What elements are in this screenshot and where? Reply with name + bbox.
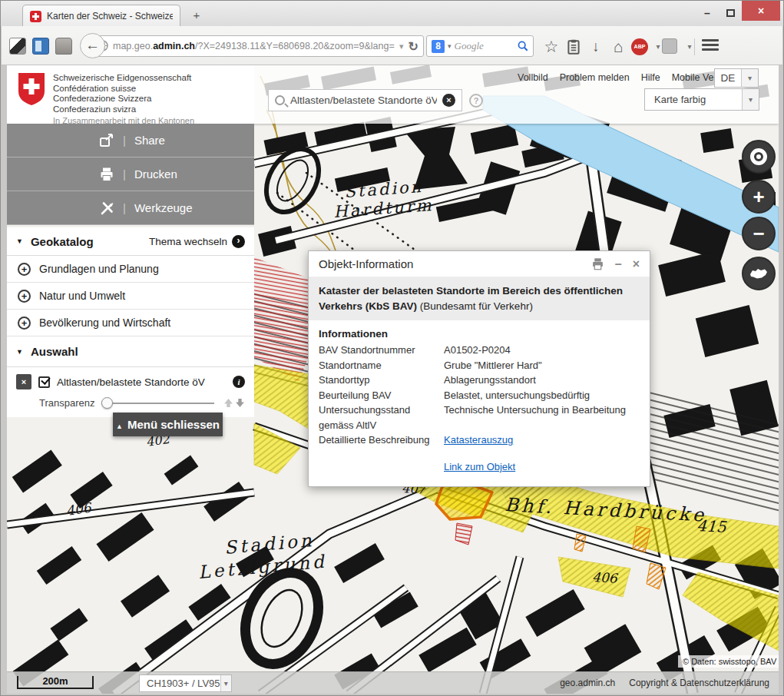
footer-links: geo.admin.ch Copyright & Datenschutzerkl…	[560, 678, 769, 688]
printer-icon	[99, 167, 114, 182]
popup-print-icon[interactable]	[591, 257, 604, 270]
expand-plus-icon: +	[18, 290, 31, 303]
zoom-in-button[interactable]: +	[742, 180, 776, 214]
scale-bar: 200m	[17, 676, 94, 689]
triangle-up-icon: ▲	[116, 423, 123, 430]
map-search-input[interactable]: Altlasten/belastete Standorte öV ×	[268, 89, 462, 111]
katasterauszug-link[interactable]: Katasterauszug	[444, 434, 513, 446]
default-extent-button[interactable]	[742, 257, 776, 290]
layer-move-down-icon[interactable]	[235, 398, 245, 408]
category-natur[interactable]: + Natur und Umwelt	[7, 283, 254, 310]
map-attribution[interactable]: © Daten: swisstopo, BAV	[678, 655, 779, 668]
map-elevation-415: 415	[696, 516, 728, 536]
close-menu-button[interactable]: ▲Menü schliessen	[113, 413, 223, 436]
info-row: StandortnameGrube "Mittlerer Hard"	[319, 358, 640, 373]
bookmarks-panel-icon[interactable]	[564, 38, 583, 55]
theme-switch-link[interactable]: Thema wechseln ›	[149, 235, 245, 248]
info-row: Detaillierte BeschreibungKatasterauszug	[319, 433, 640, 448]
navigation-toolbar: ← map.geo.admin.ch/?X=249138.11&Y=680698…	[2, 26, 782, 65]
layer-move-up-icon[interactable]	[223, 398, 233, 408]
menu-hamburger-icon[interactable]	[702, 39, 719, 54]
language-select[interactable]: DE ▾	[714, 68, 759, 88]
downloads-icon[interactable]: ↓	[587, 38, 605, 55]
projection-select[interactable]: CH1903+ / LV95 ▾	[139, 674, 232, 692]
layer-name: Altlasten/belastete Standorte öV	[57, 376, 226, 388]
tools-button[interactable]: | Werkzeuge	[7, 191, 254, 225]
info-row: Untersuchungsstand gemäss AltlVTechnisch…	[319, 403, 640, 433]
link-problem-melden[interactable]: Problem melden	[560, 72, 630, 83]
geolocate-button[interactable]	[742, 140, 776, 174]
adblock-icon[interactable]: ABP	[631, 38, 648, 55]
map-style-select[interactable]: Karte farbig ▾	[644, 88, 759, 111]
window-close-button[interactable]: ×	[742, 1, 780, 21]
web-search-go-icon[interactable]	[518, 41, 528, 51]
zoom-out-button[interactable]: −	[742, 217, 776, 250]
transparency-label: Transparenz	[39, 397, 95, 409]
geokatalog-section[interactable]: ▼ Geokatalog Thema wechseln ›	[7, 227, 254, 256]
search-clear-button[interactable]: ×	[442, 94, 455, 107]
category-bevoelkerung[interactable]: + Bevölkerung und Wirtschaft	[7, 310, 254, 336]
header-links: Vollbild Problem melden Hilfe Mobile Ver…	[518, 72, 735, 83]
sidebar-tools: | Share | Drucken | Werkzeuge	[7, 124, 254, 225]
map-elevation-406b: 406	[592, 569, 620, 586]
tools-label: Werkzeuge	[134, 201, 193, 214]
geokatalog-label: Geokatalog	[31, 235, 94, 248]
url-dropdown-icon[interactable]: ▾	[395, 41, 409, 51]
auswahl-label: Auswahl	[31, 345, 78, 358]
search-help-icon[interactable]: ?	[469, 94, 483, 108]
layer-info-icon[interactable]: i	[233, 376, 245, 388]
link-vollbild[interactable]: Vollbild	[518, 72, 548, 83]
active-layer-block: × Altlasten/belastete Standorte öV i Tra…	[7, 367, 254, 417]
auswahl-section[interactable]: ▼ Auswahl	[7, 336, 254, 367]
tab-title: Karten der Schweiz - Schweize...	[47, 11, 173, 22]
sidebar-addon-icon[interactable]	[32, 38, 49, 55]
target-icon	[750, 148, 767, 165]
toolbar-separator	[694, 38, 695, 55]
layer-remove-button[interactable]: ×	[16, 374, 31, 389]
sidebar-panel: ▼ Geokatalog Thema wechseln › + Grundlag…	[7, 227, 254, 417]
window-minimize-button[interactable]: –	[697, 7, 717, 21]
popup-header[interactable]: Objekt-Information – ×	[309, 251, 650, 277]
archive-addon-icon[interactable]	[55, 38, 72, 55]
category-grundlagen[interactable]: + Grundlagen und Planung	[7, 256, 254, 283]
confederation-names: Schweizerische Eidgenossenschaft Confédé…	[53, 73, 191, 114]
popup-minimize-icon[interactable]: –	[615, 257, 622, 271]
swiss-cross-favicon	[30, 11, 41, 22]
expand-plus-icon: +	[18, 317, 31, 330]
transparency-slider[interactable]	[103, 403, 215, 404]
search-icon	[275, 95, 285, 105]
extension-caret-icon[interactable]: ▾	[680, 38, 699, 55]
object-information-popup: Objekt-Information – × Kataster der bela…	[308, 250, 650, 487]
print-label: Drucken	[134, 167, 177, 181]
back-button[interactable]: ←	[80, 33, 105, 58]
collapse-triangle-icon: ▼	[16, 237, 23, 245]
web-search-box[interactable]: 8 ▾ Google	[426, 35, 534, 57]
screenshot-addon-icon[interactable]	[9, 38, 26, 55]
share-button[interactable]: | Share	[7, 124, 254, 157]
link-hilfe[interactable]: Hilfe	[641, 72, 660, 83]
browser-tab[interactable]: Karten der Schweiz - Schweize...	[22, 5, 180, 27]
copyright-link[interactable]: Copyright & Datenschutzerklärung	[629, 678, 769, 688]
title-bar: Karten der Schweiz - Schweize... + – ×	[1, 1, 783, 26]
expand-plus-icon: +	[18, 263, 31, 276]
home-icon[interactable]: ⌂	[609, 38, 627, 55]
slider-handle[interactable]	[101, 397, 113, 409]
window-maximize-button[interactable]	[720, 7, 740, 21]
chevron-right-icon: ›	[232, 235, 245, 248]
google-engine-icon[interactable]: 8	[432, 40, 445, 53]
print-button[interactable]: | Drucken	[7, 157, 254, 191]
bookmark-star-icon[interactable]: ☆	[542, 38, 561, 55]
browser-window: Karten der Schweiz - Schweize... + – × ←…	[0, 0, 784, 696]
link-zum-objekt[interactable]: Link zum Objekt	[444, 461, 515, 472]
info-row: StandorttypAblagerungsstandort	[319, 373, 640, 388]
url-bar[interactable]: map.geo.admin.ch/?X=249138.11&Y=680698.2…	[94, 35, 424, 57]
new-tab-button[interactable]: +	[187, 7, 206, 24]
map-application: Stadion Hardturm Bhf. Hardbrücke Stadion…	[7, 65, 779, 694]
geoadmin-link[interactable]: geo.admin.ch	[560, 678, 615, 688]
share-icon	[99, 133, 114, 148]
popup-close-icon[interactable]: ×	[633, 257, 640, 271]
extension-icon[interactable]	[662, 38, 677, 54]
layer-visibility-checkbox[interactable]	[38, 376, 50, 388]
reload-icon[interactable]: ↻	[409, 39, 418, 54]
engine-caret-icon[interactable]: ▾	[448, 42, 452, 50]
